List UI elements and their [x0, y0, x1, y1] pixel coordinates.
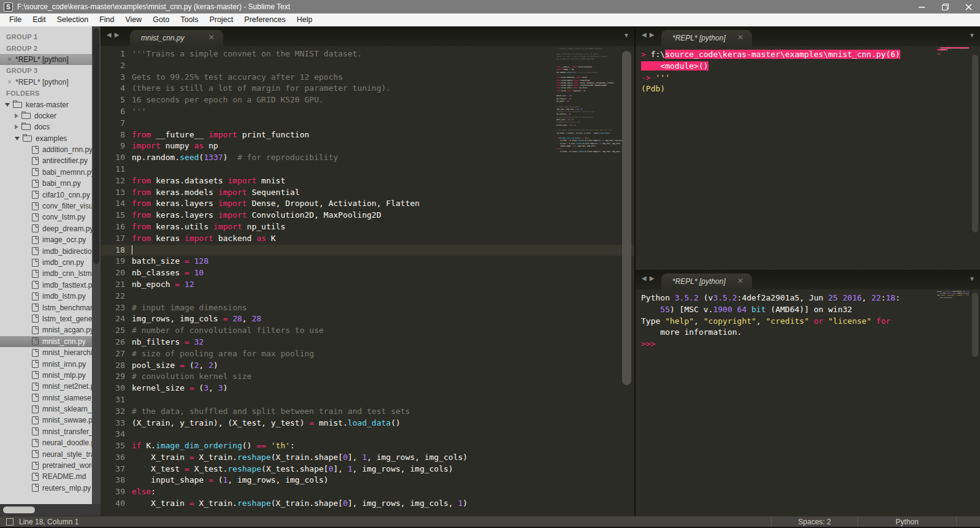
tree-file-conv-filter-visualization-py[interactable]: conv_filter_visualization.py: [0, 201, 92, 212]
sidebar-horizontal-scrollbar[interactable]: [0, 504, 101, 516]
tree-file-neural-style-transfer-py[interactable]: neural_style_transfer.py: [0, 448, 92, 459]
tree-file-imdb-cnn-lstm-py[interactable]: imdb_cnn_lstm.py: [0, 268, 92, 279]
tree-file-readme-md[interactable]: README.md: [0, 471, 92, 482]
menu-edit[interactable]: Edit: [27, 13, 51, 26]
tree-file-conv-lstm-py[interactable]: conv_lstm.py: [0, 212, 92, 223]
code-line[interactable]: more information.: [636, 326, 980, 338]
tree-file-mnist-hierarchical-rnn-py[interactable]: mnist_hierarchical_rnn.py: [0, 347, 92, 358]
tab-overflow-icon[interactable]: ▼: [969, 275, 975, 282]
code-line[interactable]: 12from keras.datasets import mnist: [101, 175, 634, 187]
tree-file-pretrained-word-embeddings-py[interactable]: pretrained_word_embeddings.py: [0, 460, 92, 471]
tree-file-mnist-irnn-py[interactable]: mnist_irnn.py: [0, 358, 92, 369]
tree-file-image-ocr-py[interactable]: image_ocr.py: [0, 234, 92, 245]
code-line[interactable]: 20nb_classes = 10: [101, 267, 634, 279]
repl-top-minimap[interactable]: > f:\source_code\keras-master\examples\m…: [937, 47, 969, 55]
code-line[interactable]: 31: [101, 394, 634, 406]
code-line[interactable]: 30kernel_size = (3, 3): [101, 383, 634, 394]
tree-file-addition-rnn-py[interactable]: addition_rnn.py: [0, 144, 92, 155]
repl-top-console[interactable]: > f:\source_code\keras-master\examples\m…: [636, 46, 980, 270]
tree-folder-examples[interactable]: examples: [0, 133, 92, 144]
tree-file-mnist-transfer-cnn-py[interactable]: mnist_transfer_cnn.py: [0, 426, 92, 437]
code-line[interactable]: <module>(): [636, 60, 980, 72]
minimap[interactable]: '''Trains a simple convnet on the MNIST …: [555, 48, 623, 156]
code-line[interactable]: 17from keras import backend as K: [101, 233, 634, 245]
tree-file-imdb-lstm-py[interactable]: imdb_lstm.py: [0, 291, 92, 302]
code-line[interactable]: 23# input image dimensions: [101, 302, 634, 314]
code-line[interactable]: 40 X_train = X_train.reshape(X_train.sha…: [101, 498, 634, 510]
chevron-right-icon[interactable]: [15, 113, 18, 118]
tree-file-mnist-acgan-py[interactable]: mnist_acgan.py: [0, 324, 92, 335]
tab-close-icon[interactable]: ✕: [737, 33, 743, 42]
sidebar-hscroll-thumb[interactable]: [3, 507, 35, 513]
tab-repl-bottom[interactable]: *REPL* [python] ✕: [661, 274, 752, 289]
indent-setting[interactable]: Spaces: 2: [771, 516, 857, 527]
tab-close-icon[interactable]: ✕: [208, 33, 215, 42]
tree-file-lstm-text-generation-py[interactable]: lstm_text_generation.py: [0, 313, 92, 324]
close-button[interactable]: [957, 0, 980, 13]
tree-file-mnist-mlp-py[interactable]: mnist_mlp.py: [0, 370, 92, 381]
code-line[interactable]: 33(X_train, y_train), (X_test, y_test) =…: [101, 418, 634, 429]
tree-file-lstm-benchmark-py[interactable]: lstm_benchmark.py: [0, 302, 92, 313]
menu-preferences[interactable]: Preferences: [239, 13, 291, 26]
code-line[interactable]: 14from keras.layers import Dense, Dropou…: [101, 198, 634, 210]
code-line[interactable]: Type "help", "copyright", "credits" or "…: [636, 315, 980, 327]
tree-file-reuters-mlp-py[interactable]: reuters_mlp.py: [0, 483, 92, 494]
code-line[interactable]: 18: [101, 245, 634, 256]
tree-folder-docker[interactable]: docker: [0, 110, 92, 121]
tree-file-imdb-bidirectional-lstm-py[interactable]: imdb_bidirectional_lstm.py: [0, 245, 92, 256]
code-line[interactable]: 26nb_filters = 32: [101, 337, 634, 348]
tree-file-babi-memnn-py[interactable]: babi_memnn.py: [0, 167, 92, 178]
tree-file-cifar10-cnn-py[interactable]: cifar10_cnn.py: [0, 189, 92, 200]
code-line[interactable]: >>>: [636, 338, 980, 350]
code-line[interactable]: 36 X_train = X_train.reshape(X_train.sha…: [101, 452, 634, 464]
chevron-down-icon[interactable]: [5, 103, 10, 107]
tab-nav-arrows-icon[interactable]: ◀▶: [107, 31, 122, 38]
repl-top-scrollbar-thumb[interactable]: [972, 55, 978, 232]
code-line[interactable]: -> ''': [636, 72, 980, 83]
code-line[interactable]: 13from keras.models import Sequential: [101, 187, 634, 199]
code-line[interactable]: 32# the data, shuffled and split between…: [101, 406, 634, 418]
tree-folder-docs[interactable]: docs: [0, 121, 92, 132]
code-line[interactable]: 34: [101, 429, 634, 440]
minimize-button[interactable]: [910, 0, 933, 13]
tab-close-icon[interactable]: ✕: [737, 277, 743, 285]
tab-nav-arrows-icon[interactable]: ◀▶: [642, 31, 657, 38]
repl-bottom-console[interactable]: Python 3.5.2 (v3.5.2:4def2a2901a5, Jun 2…: [636, 289, 980, 516]
code-line[interactable]: 55) [MSC v.1900 64 bit (AMD64)] on win32: [636, 304, 980, 315]
tree-folder-keras-master[interactable]: keras-master: [0, 99, 92, 110]
tree-file-imdb-fasttext-py[interactable]: imdb_fasttext.py: [0, 280, 92, 291]
code-line[interactable]: Python 3.5.2 (v3.5.2:4def2a2901a5, Jun 2…: [636, 292, 980, 304]
chevron-right-icon[interactable]: [15, 124, 18, 129]
tree-file-deep-dream-py[interactable]: deep_dream.py: [0, 223, 92, 234]
code-line[interactable]: 15from keras.layers import Convolution2D…: [101, 210, 634, 221]
code-line[interactable]: 38 input_shape = (1, img_rows, img_cols): [101, 475, 634, 486]
code-line[interactable]: 37 X_test = X_test.reshape(X_test.shape[…: [101, 464, 634, 475]
tree-file-imdb-cnn-py[interactable]: imdb_cnn.py: [0, 257, 92, 268]
code-line[interactable]: 39else:: [101, 486, 634, 498]
close-icon[interactable]: ×: [7, 78, 12, 86]
repl-bottom-scrollbar-thumb[interactable]: [972, 293, 978, 357]
code-line[interactable]: 16from keras.utils import np_utils: [101, 221, 634, 233]
code-line[interactable]: (Pdb): [636, 83, 980, 94]
menu-help[interactable]: Help: [291, 13, 318, 26]
code-line[interactable]: 24img_rows, img_cols = 28, 28: [101, 313, 634, 325]
code-line[interactable]: > f:\source_code\keras-master\examples\m…: [636, 48, 980, 60]
tab-repl-top[interactable]: *REPL* [python] ✕: [661, 30, 752, 46]
code-line[interactable]: 19batch_size = 128: [101, 256, 634, 267]
code-line[interactable]: 22: [101, 291, 634, 302]
restore-button[interactable]: [933, 0, 957, 13]
sidebar[interactable]: GROUP 1GROUP 2×*REPL* [python]GROUP 3×*R…: [0, 26, 92, 504]
close-icon[interactable]: ×: [7, 55, 12, 64]
tree-file-babi-rnn-py[interactable]: babi_rnn.py: [0, 178, 92, 189]
sidebar-vertical-scrollbar[interactable]: [92, 26, 101, 504]
menu-find[interactable]: Find: [94, 13, 120, 26]
menu-project[interactable]: Project: [204, 13, 239, 26]
tree-file-neural-doodle-py[interactable]: neural_doodle.py: [0, 437, 92, 448]
chevron-down-icon[interactable]: [15, 137, 20, 140]
sidebar-vscroll-thumb[interactable]: [93, 28, 99, 264]
code-line[interactable]: 28pool_size = (2, 2): [101, 360, 634, 372]
menu-tools[interactable]: Tools: [175, 13, 203, 26]
tab-overflow-icon[interactable]: ▼: [623, 32, 629, 39]
syntax-setting[interactable]: Python: [857, 516, 957, 527]
code-line[interactable]: 27# size of pooling area for max pooling: [101, 348, 634, 360]
